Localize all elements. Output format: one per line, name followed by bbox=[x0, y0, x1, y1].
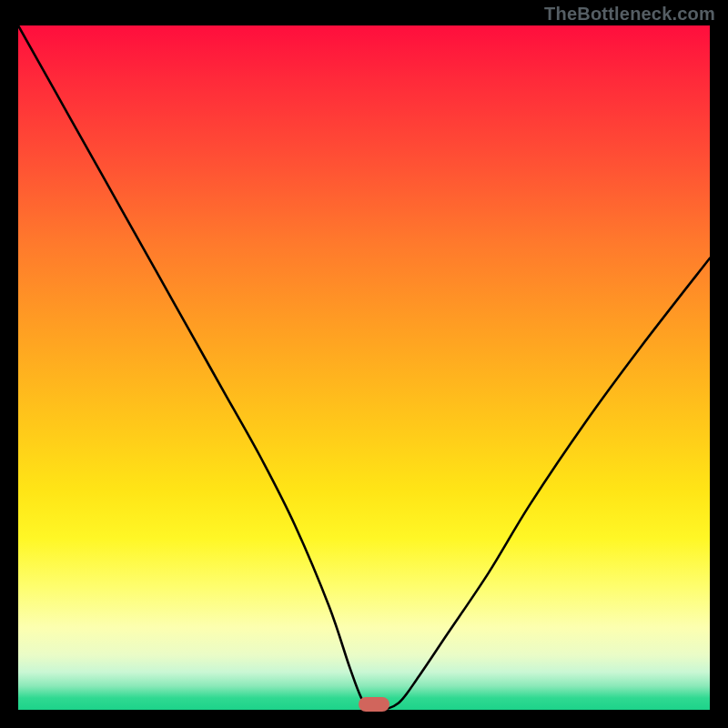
watermark-label: TheBottleneck.com bbox=[544, 4, 715, 25]
bottleneck-curve bbox=[18, 25, 710, 710]
chart-frame: TheBottleneck.com bbox=[0, 0, 728, 728]
plot-area bbox=[18, 25, 710, 710]
curve-svg bbox=[18, 25, 710, 710]
optimal-marker bbox=[359, 697, 389, 712]
